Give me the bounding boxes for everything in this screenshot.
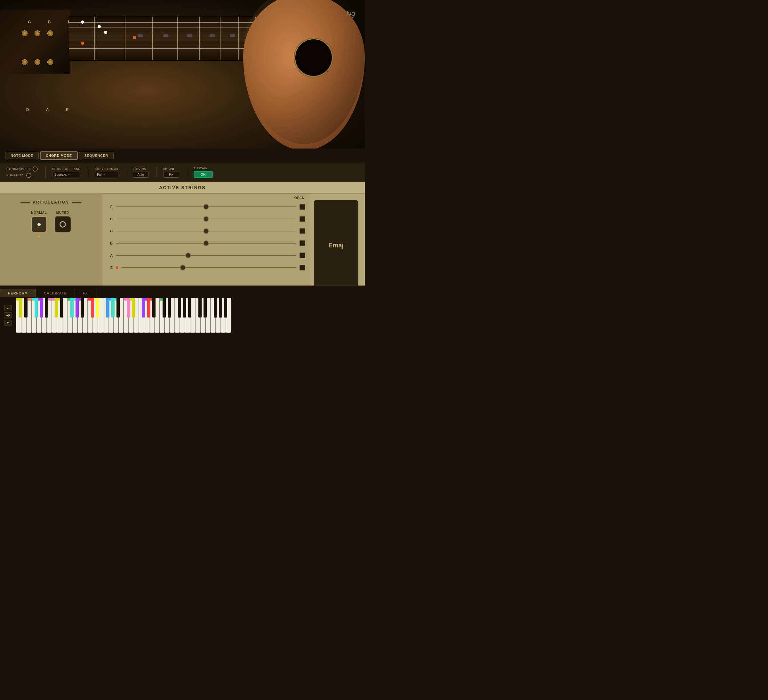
muted-btn-ring xyxy=(59,221,66,227)
slider-thumb-e-low[interactable] xyxy=(180,265,186,271)
white-key[interactable] xyxy=(195,298,200,333)
open-checkbox-a[interactable] xyxy=(299,253,305,258)
humanize-row: HUMANIZE xyxy=(6,173,38,178)
white-key[interactable] xyxy=(103,298,108,333)
white-key[interactable] xyxy=(108,298,113,333)
white-key[interactable] xyxy=(190,298,195,333)
open-checkbox-e-low[interactable] xyxy=(299,265,305,271)
string-row-a: A xyxy=(107,250,305,261)
white-key[interactable] xyxy=(154,298,159,333)
slider-track-b[interactable] xyxy=(116,219,296,219)
tab-perform[interactable]: PERFORM xyxy=(0,289,36,297)
slider-track-g[interactable] xyxy=(116,231,296,231)
open-checkbox-g[interactable] xyxy=(299,228,305,234)
white-key[interactable] xyxy=(52,298,57,333)
white-key[interactable] xyxy=(216,298,221,333)
slider-thumb-b[interactable] xyxy=(203,216,209,222)
white-key[interactable] xyxy=(31,298,37,333)
white-key[interactable] xyxy=(139,298,144,333)
pitch-down-button[interactable]: ▼ xyxy=(4,320,12,326)
strum-speed-knob[interactable] xyxy=(33,167,38,171)
white-key[interactable] xyxy=(129,298,134,333)
title-line-right xyxy=(72,202,81,203)
white-key[interactable] xyxy=(118,298,123,333)
white-key[interactable] xyxy=(165,298,170,333)
white-key[interactable] xyxy=(159,298,165,333)
active-strings-title: ACTIVE STRINGS xyxy=(0,182,365,194)
slider-thumb-g[interactable] xyxy=(203,228,209,234)
white-key[interactable] xyxy=(205,298,211,333)
white-key[interactable] xyxy=(175,298,180,333)
white-key[interactable] xyxy=(170,298,175,333)
white-key[interactable] xyxy=(72,298,77,333)
guitar-soundhole xyxy=(294,38,333,77)
white-key[interactable] xyxy=(83,298,88,333)
strings-sliders-area: OPEN E B G xyxy=(102,194,310,297)
fret-line xyxy=(220,17,221,60)
tuner xyxy=(35,30,40,36)
slider-track-a[interactable] xyxy=(116,255,296,256)
white-key[interactable] xyxy=(98,298,103,333)
string-name-a: A xyxy=(107,253,113,257)
white-key[interactable] xyxy=(211,298,216,333)
voicing-label: VOICING xyxy=(133,167,149,170)
white-key[interactable] xyxy=(123,298,129,333)
muted-button[interactable] xyxy=(55,216,71,232)
open-checkbox-b[interactable] xyxy=(299,216,305,222)
humanize-knob[interactable] xyxy=(26,173,31,178)
controls-bar: STRUM SPEED HUMANIZE CHORD RELEASE Squea… xyxy=(0,163,365,182)
chord-mode-button[interactable]: CHORD MODE xyxy=(40,151,77,160)
slider-track-e-low[interactable] xyxy=(122,267,296,268)
pitch-up-button[interactable]: ▲ xyxy=(4,305,12,311)
open-checkbox-d[interactable] xyxy=(299,240,305,246)
white-key[interactable] xyxy=(16,298,21,333)
fret-line xyxy=(177,17,178,60)
white-key[interactable] xyxy=(37,298,42,333)
slider-track-d[interactable] xyxy=(116,243,296,243)
tab-fx[interactable]: FX xyxy=(75,289,96,297)
piano-keyboard[interactable] xyxy=(16,298,365,333)
white-key[interactable] xyxy=(93,298,98,333)
white-key[interactable] xyxy=(185,298,190,333)
slider-thumb-d[interactable] xyxy=(203,240,209,246)
white-key[interactable] xyxy=(42,298,47,333)
sequencer-button[interactable]: SEQUENCER xyxy=(79,152,114,159)
white-key[interactable] xyxy=(226,298,231,333)
white-key[interactable] xyxy=(57,298,62,333)
fret-line xyxy=(199,17,200,60)
white-key[interactable] xyxy=(149,298,154,333)
white-key[interactable] xyxy=(67,298,72,333)
white-key[interactable] xyxy=(62,298,67,333)
white-key[interactable] xyxy=(88,298,93,333)
white-key[interactable] xyxy=(134,298,139,333)
white-key[interactable] xyxy=(180,298,185,333)
sustain-toggle[interactable]: ON xyxy=(194,171,213,178)
white-key[interactable] xyxy=(200,298,205,333)
articulation-label: ARTICULATION xyxy=(33,200,69,205)
slider-thumb-a[interactable] xyxy=(185,253,191,258)
note-dot-orange xyxy=(133,36,136,39)
voicing-value: Auto xyxy=(133,171,149,178)
normal-button[interactable] xyxy=(31,216,47,232)
open-checkbox-e-high[interactable] xyxy=(299,204,305,210)
piano-controls: ▲ +0 ▼ xyxy=(0,298,16,333)
tab-calibrate[interactable]: CALIBRATE xyxy=(36,289,75,297)
white-key[interactable] xyxy=(21,298,26,333)
sustain-label: SUSTAIN xyxy=(194,167,213,170)
white-key[interactable] xyxy=(26,298,31,333)
fret-line xyxy=(152,17,153,60)
fret-line xyxy=(238,17,239,60)
note-mode-button[interactable]: NOTE MODE xyxy=(5,152,39,159)
soft-strums-dropdown[interactable]: Full xyxy=(95,172,118,177)
white-key[interactable] xyxy=(47,298,52,333)
normal-btn-group: NORMAL xyxy=(31,211,47,237)
slider-track-e-high[interactable] xyxy=(116,207,296,207)
white-key[interactable] xyxy=(144,298,149,333)
slider-thumb-e-high[interactable] xyxy=(203,204,209,210)
chord-release-dropdown[interactable]: Squeaks xyxy=(52,172,80,177)
tuner xyxy=(22,59,27,65)
white-key[interactable] xyxy=(221,298,226,333)
white-key[interactable] xyxy=(77,298,83,333)
articulation-title: ARTICULATION xyxy=(21,200,81,205)
white-key[interactable] xyxy=(113,298,118,333)
